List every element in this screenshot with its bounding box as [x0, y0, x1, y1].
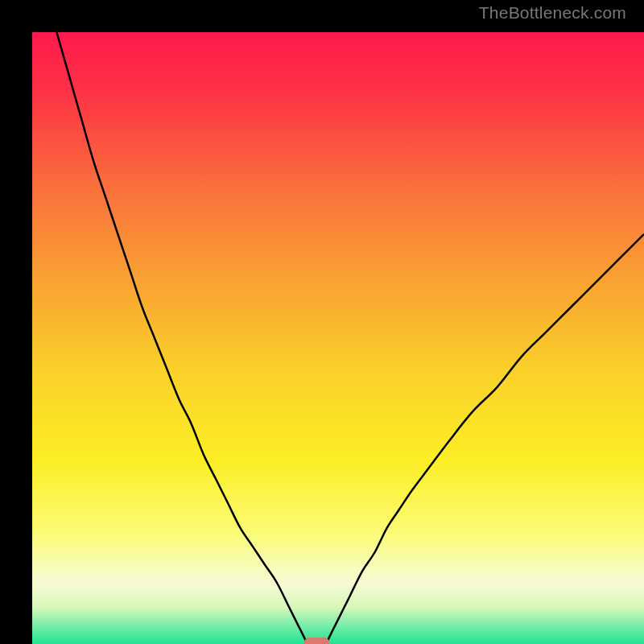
chart-frame [16, 16, 628, 628]
plot-area [32, 32, 644, 644]
optimal-marker [304, 638, 328, 644]
bottleneck-curve [32, 32, 644, 644]
watermark-text: TheBottleneck.com [479, 3, 626, 23]
